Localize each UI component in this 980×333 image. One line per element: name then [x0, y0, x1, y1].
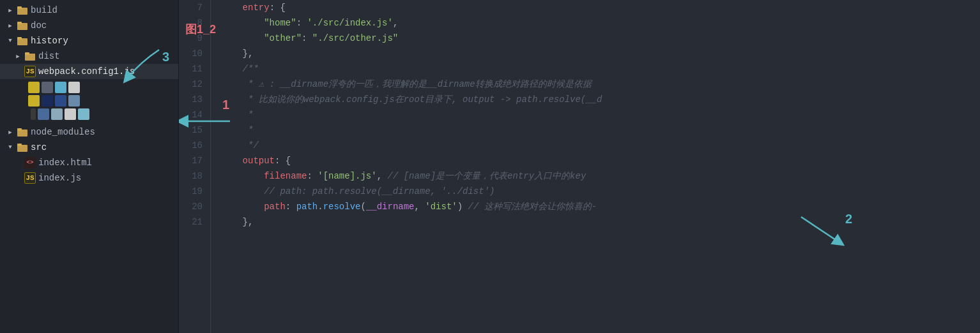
code-content: entry: { "home": './src/index.js', "othe… — [211, 0, 980, 333]
sidebar-item-dist[interactable]: dist — [0, 48, 178, 64]
js-icon: JS — [24, 172, 36, 184]
svg-rect-3 — [17, 22, 22, 24]
file-tree-sidebar[interactable]: build doc history dist JS webpack.config… — [0, 0, 179, 333]
line-num: 12 — [179, 77, 203, 92]
swatch-row-1 — [5, 82, 173, 93]
folder-icon — [17, 126, 28, 138]
svg-rect-1 — [17, 6, 22, 9]
line-num: 9 — [179, 31, 203, 46]
sidebar-item-webpack-config1[interactable]: JS webpack.config1.js — [0, 64, 178, 79]
folder-icon — [17, 20, 28, 31]
svg-rect-11 — [17, 144, 22, 146]
folder-icon — [24, 50, 36, 62]
line-numbers: 7 8 9 10 11 12 13 14 15 16 17 18 19 20 2… — [179, 0, 211, 333]
editor-content: 7 8 9 10 11 12 13 14 15 16 17 18 19 20 2… — [179, 0, 980, 333]
line-num: 18 — [179, 168, 203, 184]
sidebar-item-label: index.js — [38, 173, 81, 183]
code-line-20: path: path.resolve(__dirname, 'dist') //… — [221, 199, 980, 214]
line-num: 21 — [179, 214, 203, 230]
chevron-right-icon — [5, 5, 15, 15]
swatch — [78, 108, 89, 120]
swatch — [68, 82, 80, 93]
sidebar-item-label: history — [31, 36, 68, 46]
svg-rect-9 — [17, 128, 22, 131]
chevron-down-icon — [5, 142, 15, 152]
chevron-right-icon — [13, 51, 23, 61]
code-line-10: }, — [221, 46, 980, 61]
sidebar-item-label: dist — [38, 51, 60, 61]
sidebar-item-history[interactable]: history — [0, 33, 178, 48]
code-line-21: }, — [221, 214, 980, 230]
line-num: 16 — [179, 138, 203, 153]
sidebar-item-src[interactable]: src — [0, 140, 178, 155]
code-line-14: * — [221, 107, 980, 122]
swatch — [55, 95, 66, 107]
spacer — [13, 173, 23, 183]
sidebar-item-label: doc — [31, 20, 47, 31]
sidebar-item-label: build — [31, 5, 57, 15]
swatch — [55, 82, 66, 93]
svg-rect-7 — [25, 52, 29, 55]
swatch-row-3 — [5, 108, 173, 120]
sidebar-item-index-js[interactable]: JS index.js — [0, 170, 178, 186]
sidebar-item-label: src — [31, 142, 47, 152]
chevron-down-icon — [5, 36, 15, 46]
line-num: 13 — [179, 92, 203, 107]
code-line-12: * ⚠️ : __dirname浮夸的一匹，我理解的是__dirname转换成绝… — [221, 77, 980, 92]
code-line-7: entry: { — [221, 0, 980, 15]
line-num: 20 — [179, 199, 203, 214]
line-num: 7 — [179, 0, 203, 15]
line-num: 15 — [179, 122, 203, 138]
sidebar-item-label: webpack.config1.js — [38, 66, 135, 77]
swatch — [42, 82, 53, 93]
swatch — [42, 95, 53, 107]
code-line-8: "home": './src/index.js', — [221, 15, 980, 31]
code-line-16: */ — [221, 138, 980, 153]
sidebar-item-index-html[interactable]: <> index.html — [0, 155, 178, 170]
swatch-row-2 — [5, 95, 173, 107]
folder-icon — [17, 142, 28, 153]
swatch — [28, 95, 40, 107]
sidebar-item-node-modules[interactable]: node_modules — [0, 124, 178, 140]
code-line-9: "other": "./src/other.js" — [221, 31, 980, 46]
swatch — [68, 95, 80, 107]
folder-icon — [17, 4, 28, 16]
swatch — [65, 108, 76, 120]
line-num: 10 — [179, 46, 203, 61]
line-num: 17 — [179, 153, 203, 168]
chevron-right-icon — [5, 20, 15, 31]
line-num: 19 — [179, 184, 203, 199]
folder-open-icon — [17, 35, 28, 47]
swatch — [28, 82, 40, 93]
js-icon: JS — [24, 66, 36, 77]
swatch — [38, 108, 49, 120]
code-line-13: * 比如说你的webpack.config.js在root目录下, output… — [221, 92, 980, 107]
sidebar-item-label: index.html — [38, 158, 92, 168]
spacer — [13, 158, 23, 168]
line-num: 8 — [179, 15, 203, 31]
color-swatches — [0, 79, 178, 124]
code-line-19: // path: path.resolve(__dirname, '../dis… — [221, 184, 980, 199]
chevron-right-icon — [5, 127, 15, 137]
code-line-15: * — [221, 122, 980, 138]
sidebar-item-doc[interactable]: doc — [0, 18, 178, 33]
line-num: 14 — [179, 107, 203, 122]
html-icon: <> — [24, 157, 36, 168]
code-editor: 图1_2 7 8 9 10 11 12 13 14 15 16 17 18 19… — [179, 0, 980, 333]
sidebar-item-label: node_modules — [31, 127, 95, 137]
code-line-18: filename: '[name].js', // [name]是一个变量，代表… — [221, 168, 980, 184]
spacer — [13, 66, 23, 77]
swatch — [51, 108, 63, 120]
swatch — [31, 108, 36, 120]
line-num: 11 — [179, 61, 203, 77]
sidebar-item-build[interactable]: build — [0, 3, 178, 18]
svg-rect-5 — [17, 37, 22, 40]
code-line-17: output: { — [221, 153, 980, 168]
code-line-11: /** — [221, 61, 980, 77]
